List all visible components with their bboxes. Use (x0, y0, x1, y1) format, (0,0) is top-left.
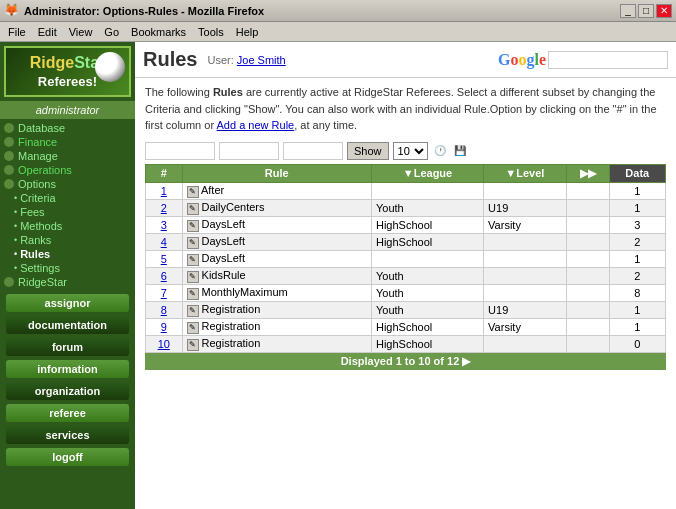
row-num-link[interactable]: 8 (161, 304, 167, 316)
cell-num: 7 (146, 284, 183, 301)
table-footer: Displayed 1 to 10 of 12 ▶ (145, 353, 666, 370)
cell-extra (566, 335, 609, 352)
menu-go[interactable]: Go (98, 24, 125, 40)
next-page-icon[interactable]: ▶ (462, 355, 470, 367)
cell-rule: ✎ DailyCenters (182, 199, 371, 216)
user-link[interactable]: Joe Smith (237, 54, 286, 66)
cell-league: Youth (371, 267, 483, 284)
menu-tools[interactable]: Tools (192, 24, 230, 40)
google-search-input[interactable] (548, 51, 668, 69)
sidebar-section-referee[interactable]: referee (6, 404, 129, 422)
row-edit-icon[interactable]: ✎ (187, 305, 199, 317)
table-row: 1 ✎ After 1 (146, 182, 666, 199)
sidebar-section-assignor[interactable]: assignor (6, 294, 129, 312)
row-edit-icon[interactable]: ✎ (187, 271, 199, 283)
google-logo: Google (498, 51, 546, 69)
content-scroll[interactable]: The following Rules are currently active… (135, 78, 676, 509)
menu-help[interactable]: Help (230, 24, 265, 40)
cell-rule: ✎ DaysLeft (182, 233, 371, 250)
sidebar-item-finance[interactable]: Finance (0, 135, 135, 149)
sidebar-item-settings[interactable]: • Settings (0, 261, 135, 275)
col-extra[interactable]: ▶▶ (566, 164, 609, 182)
cell-num: 4 (146, 233, 183, 250)
footer-text: Displayed 1 to 10 of 12 (341, 355, 460, 367)
row-edit-icon[interactable]: ✎ (187, 288, 199, 300)
show-select[interactable]: 5 10 25 50 All (393, 142, 428, 160)
rules-table: # Rule ▼League ▼Level ▶▶ Data 1 ✎ After … (145, 164, 666, 353)
sidebar-item-rules[interactable]: • Rules (0, 247, 135, 261)
google-search-area: Google (498, 51, 668, 69)
row-edit-icon[interactable]: ✎ (187, 322, 199, 334)
cell-num: 2 (146, 199, 183, 216)
cell-extra (566, 182, 609, 199)
row-num-link[interactable]: 1 (161, 185, 167, 197)
col-level[interactable]: ▼Level (484, 164, 567, 182)
add-rule-link[interactable]: Add a new Rule (217, 119, 295, 131)
sidebar-section-logoff[interactable]: logoff (6, 448, 129, 466)
cell-extra (566, 318, 609, 335)
cell-level (484, 284, 567, 301)
browser-icon: 🦊 (4, 3, 20, 19)
cell-league: Youth (371, 284, 483, 301)
menu-file[interactable]: File (2, 24, 32, 40)
sidebar-item-criteria[interactable]: • Criteria (0, 191, 135, 205)
sub-dot: • (14, 221, 17, 231)
sidebar-item-database[interactable]: Database (0, 121, 135, 135)
row-num-link[interactable]: 2 (161, 202, 167, 214)
filter-input-2[interactable] (219, 142, 279, 160)
menu-edit[interactable]: Edit (32, 24, 63, 40)
content-area: Rules User: Joe Smith Google The followi… (135, 42, 676, 509)
menu-bookmarks[interactable]: Bookmarks (125, 24, 192, 40)
sidebar-section-forum[interactable]: forum (6, 338, 129, 356)
cell-extra (566, 250, 609, 267)
sidebar-item-ranks[interactable]: • Ranks (0, 233, 135, 247)
sidebar-item-fees[interactable]: • Fees (0, 205, 135, 219)
sidebar-item-options[interactable]: Options (0, 177, 135, 191)
table-row: 6 ✎ KidsRule Youth 2 (146, 267, 666, 284)
cell-num: 6 (146, 267, 183, 284)
row-num-link[interactable]: 7 (161, 287, 167, 299)
row-num-link[interactable]: 3 (161, 219, 167, 231)
row-num-link[interactable]: 9 (161, 321, 167, 333)
window-controls[interactable]: _ □ ✕ (620, 4, 672, 18)
nav-dot-icon (4, 165, 14, 175)
save-icon[interactable]: 💾 (452, 143, 468, 159)
col-league[interactable]: ▼League (371, 164, 483, 182)
nav-dot-icon (4, 151, 14, 161)
cell-extra (566, 233, 609, 250)
row-num-link[interactable]: 4 (161, 236, 167, 248)
minimize-button[interactable]: _ (620, 4, 636, 18)
sidebar-item-manage[interactable]: Manage (0, 149, 135, 163)
sidebar-item-methods[interactable]: • Methods (0, 219, 135, 233)
show-button[interactable]: Show (347, 142, 389, 160)
maximize-button[interactable]: □ (638, 4, 654, 18)
row-edit-icon[interactable]: ✎ (187, 254, 199, 266)
row-edit-icon[interactable]: ✎ (187, 220, 199, 232)
row-num-link[interactable]: 10 (158, 338, 170, 350)
cell-rule: ✎ DaysLeft (182, 216, 371, 233)
sidebar-item-operations[interactable]: Operations (0, 163, 135, 177)
row-edit-icon[interactable]: ✎ (187, 237, 199, 249)
row-edit-icon[interactable]: ✎ (187, 186, 199, 198)
sidebar-section-information[interactable]: information (6, 360, 129, 378)
sidebar-item-ridgestar[interactable]: RidgeStar (0, 275, 135, 289)
cell-num: 3 (146, 216, 183, 233)
clock-icon[interactable]: 🕐 (432, 143, 448, 159)
menu-view[interactable]: View (63, 24, 99, 40)
cell-league (371, 250, 483, 267)
row-edit-icon[interactable]: ✎ (187, 203, 199, 215)
cell-level (484, 335, 567, 352)
col-rule: Rule (182, 164, 371, 182)
table-row: 8 ✎ Registration Youth U19 1 (146, 301, 666, 318)
row-num-link[interactable]: 6 (161, 270, 167, 282)
sidebar-section-organization[interactable]: organization (6, 382, 129, 400)
sidebar-section-services[interactable]: services (6, 426, 129, 444)
sub-dot: • (14, 263, 17, 273)
filter-input-1[interactable] (145, 142, 215, 160)
filter-input-3[interactable] (283, 142, 343, 160)
close-button[interactable]: ✕ (656, 4, 672, 18)
row-edit-icon[interactable]: ✎ (187, 339, 199, 351)
row-num-link[interactable]: 5 (161, 253, 167, 265)
sidebar-section-documentation[interactable]: documentation (6, 316, 129, 334)
cell-rule: ✎ Registration (182, 335, 371, 352)
